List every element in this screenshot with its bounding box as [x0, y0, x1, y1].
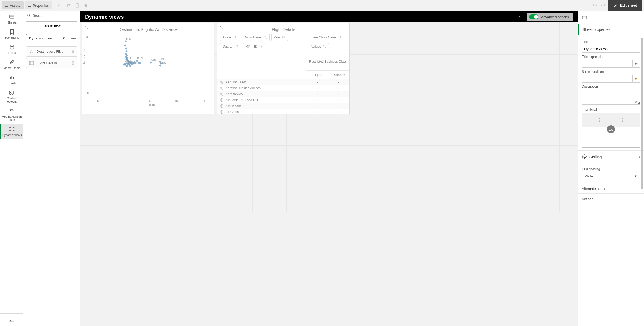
- assets-tab[interactable]: Assets: [2, 1, 24, 9]
- copy-icon[interactable]: [66, 3, 71, 8]
- top-toolbar: Assets Properties Edit sheet: [0, 0, 644, 11]
- paste-icon[interactable]: [75, 3, 80, 8]
- redo-icon[interactable]: [601, 3, 606, 8]
- svg-rect-0: [67, 4, 69, 6]
- pencil-icon: [614, 3, 618, 8]
- cut-icon[interactable]: [57, 3, 62, 8]
- undo-redo-group: [592, 3, 606, 8]
- panel-right-icon: [28, 4, 31, 7]
- svg-rect-1: [68, 5, 70, 7]
- assets-tab-label: Assets: [10, 4, 20, 8]
- edit-actions: [57, 3, 88, 8]
- properties-tab-label: Properties: [33, 4, 49, 8]
- svg-rect-3: [77, 3, 78, 4]
- properties-tab[interactable]: Properties: [25, 1, 52, 9]
- panel-left-icon: [5, 4, 8, 7]
- undo-icon[interactable]: [592, 3, 597, 8]
- edit-sheet-label: Edit sheet: [620, 3, 637, 8]
- delete-icon[interactable]: [83, 3, 88, 8]
- edit-sheet-button[interactable]: Edit sheet: [608, 0, 642, 11]
- svg-rect-2: [76, 4, 79, 7]
